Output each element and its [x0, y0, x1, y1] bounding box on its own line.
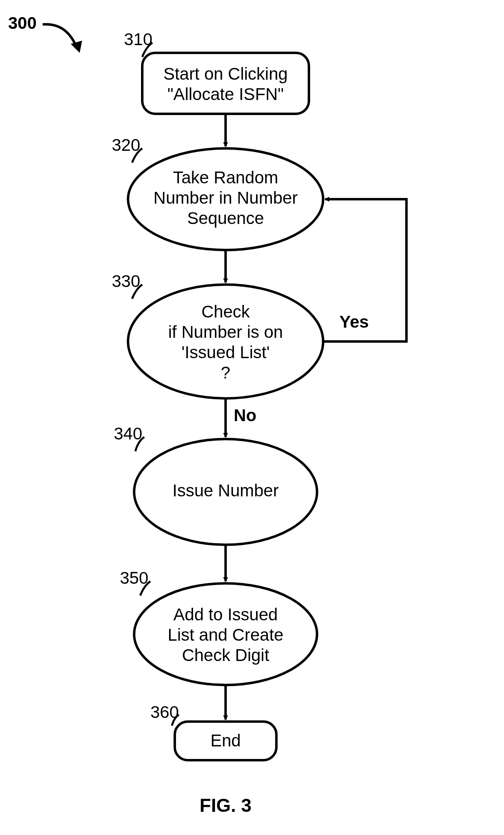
- flowchart-fig3: 300 Start on Clicking "Allocate ISFN" 31…: [0, 0, 504, 835]
- edge-yes-label: Yes: [339, 312, 369, 331]
- n330-line3: 'Issued List': [182, 343, 270, 362]
- n350-line2: List and Create: [168, 625, 284, 644]
- node-add-issued-list: Add to Issued List and Create Check Digi…: [120, 568, 317, 685]
- n320-line1: Take Random: [173, 168, 278, 187]
- n330-ref: 330: [112, 272, 140, 291]
- edge-330-340: No: [226, 398, 256, 437]
- edge-no-label: No: [234, 406, 256, 425]
- n330-line2: if Number is on: [168, 322, 283, 341]
- n350-line3: Check Digit: [182, 646, 269, 665]
- n350-line1: Add to Issued: [174, 605, 278, 624]
- n320-line2: Number in Number: [154, 188, 298, 207]
- node-start: Start on Clicking "Allocate ISFN" 310: [124, 30, 309, 114]
- node-take-random: Take Random Number in Number Sequence 32…: [112, 135, 323, 250]
- n340-ref: 340: [114, 424, 142, 443]
- n310-line1: Start on Clicking: [163, 64, 288, 83]
- n310-line2: "Allocate ISFN": [167, 85, 284, 104]
- edge-yes-loop: Yes: [323, 199, 406, 341]
- figure-caption: FIG. 3: [200, 795, 252, 816]
- n320-ref: 320: [112, 135, 140, 154]
- figure-ref-label: 300: [8, 13, 37, 33]
- n360-line1: End: [211, 731, 241, 750]
- node-end: End 360: [150, 702, 276, 760]
- node-check-issued: Check if Number is on 'Issued List' ? 33…: [112, 272, 323, 398]
- n330-line4: ?: [221, 363, 230, 382]
- n340-line1: Issue Number: [172, 481, 278, 500]
- node-issue-number: Issue Number 340: [114, 424, 317, 545]
- n320-line3: Sequence: [187, 209, 264, 228]
- n350-ref: 350: [120, 568, 148, 587]
- n330-line1: Check: [201, 302, 250, 321]
